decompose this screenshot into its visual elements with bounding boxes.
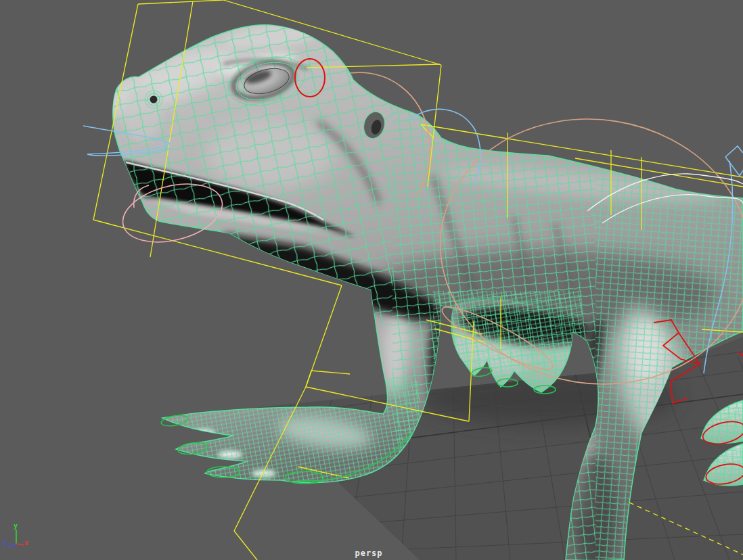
viewport-persp[interactable]: y x z persp [0,0,743,560]
camera-label: persp [355,549,382,558]
z-axis-label: z [3,539,7,546]
y-axis-label: y [14,522,18,530]
x-axis-label: x [24,539,28,546]
nostril [150,96,158,103]
